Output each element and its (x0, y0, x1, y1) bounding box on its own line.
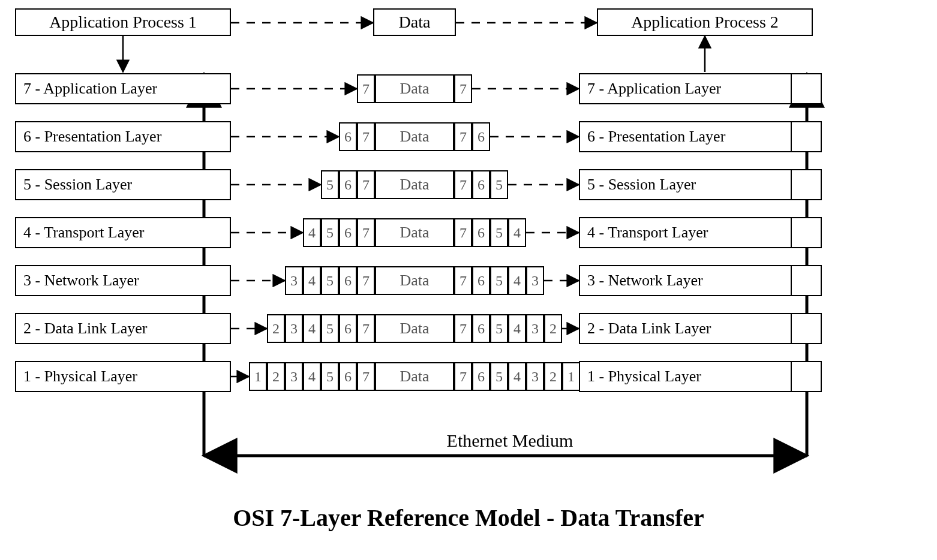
packet-3-trailer-0: 7 (454, 266, 472, 295)
left-layer-7: 7 - Application Layer (15, 73, 231, 104)
packet-1-header-6: 7 (357, 362, 375, 391)
packet-5-trailer-0: 7 (454, 170, 472, 199)
packet-2-header-5: 7 (357, 314, 375, 343)
ethernet-medium-label: Ethernet Medium (420, 430, 600, 451)
packet-6-header-0: 6 (339, 122, 357, 151)
left-layer-6-label: 6 - Presentation Layer (23, 128, 161, 146)
top-data-box: Data (373, 8, 456, 36)
left-layer-2-label: 2 - Data Link Layer (23, 320, 147, 338)
right-layer-5-label: 5 - Session Layer (587, 176, 696, 194)
packet-6-trailer-0: 7 (454, 122, 472, 151)
packet-2-header-0: 2 (267, 314, 285, 343)
right-layer-2-label: 2 - Data Link Layer (587, 320, 711, 338)
packet-3-header-0: 3 (285, 266, 303, 295)
packet-1-header-0: 1 (249, 362, 267, 391)
left-layer-6: 6 - Presentation Layer (15, 121, 231, 152)
packet-7-data: Data (375, 74, 454, 103)
packet-4-trailer-3: 4 (508, 218, 526, 247)
application-process-1-label: Application Process 1 (49, 13, 197, 32)
packet-1-trailer-5: 2 (544, 362, 562, 391)
packet-1-trailer-1: 6 (472, 362, 490, 391)
packet-1-header-3: 4 (303, 362, 321, 391)
packet-3-header-3: 6 (339, 266, 357, 295)
packet-1-trailer-2: 5 (490, 362, 508, 391)
right-layer-6: 6 - Presentation Layer (579, 121, 792, 152)
packet-4-header-1: 5 (321, 218, 339, 247)
packet-2-trailer-3: 4 (508, 314, 526, 343)
packet-2-header-2: 4 (303, 314, 321, 343)
packet-2-trailer-1: 6 (472, 314, 490, 343)
right-layer-6-aux (791, 121, 822, 152)
packet-4-trailer-1: 6 (472, 218, 490, 247)
right-layer-1-label: 1 - Physical Layer (587, 368, 701, 386)
packet-5-header-2: 7 (357, 170, 375, 199)
packet-4-header-3: 7 (357, 218, 375, 247)
right-layer-7-label: 7 - Application Layer (587, 80, 721, 98)
right-layer-5: 5 - Session Layer (579, 169, 792, 200)
application-process-1: Application Process 1 (15, 8, 231, 36)
right-layer-5-aux (791, 169, 822, 200)
left-layer-5: 5 - Session Layer (15, 169, 231, 200)
right-layer-6-label: 6 - Presentation Layer (587, 128, 725, 146)
left-layer-2: 2 - Data Link Layer (15, 313, 231, 344)
packet-2-trailer-4: 3 (526, 314, 544, 343)
left-layer-7-label: 7 - Application Layer (23, 80, 157, 98)
packet-6-header-1: 7 (357, 122, 375, 151)
diagram: Application Process 1 Data Application P… (0, 0, 937, 560)
packet-3-trailer-1: 6 (472, 266, 490, 295)
packet-5-header-0: 5 (321, 170, 339, 199)
left-layer-4: 4 - Transport Layer (15, 217, 231, 248)
right-layer-4-aux (791, 217, 822, 248)
application-process-2: Application Process 2 (597, 8, 813, 36)
packet-1-trailer-3: 4 (508, 362, 526, 391)
packet-1-data: Data (375, 362, 454, 391)
packet-3-header-4: 7 (357, 266, 375, 295)
application-process-2-label: Application Process 2 (631, 13, 779, 32)
packet-1-trailer-4: 3 (526, 362, 544, 391)
packet-2-header-1: 3 (285, 314, 303, 343)
packet-3-trailer-2: 5 (490, 266, 508, 295)
right-layer-2-aux (791, 313, 822, 344)
right-layer-7: 7 - Application Layer (579, 73, 792, 104)
packet-1-header-1: 2 (267, 362, 285, 391)
packet-1-trailer-0: 7 (454, 362, 472, 391)
packet-5-header-1: 6 (339, 170, 357, 199)
packet-6-trailer-1: 6 (472, 122, 490, 151)
left-layer-4-label: 4 - Transport Layer (23, 224, 144, 242)
diagram-title: OSI 7-Layer Reference Model - Data Trans… (0, 504, 937, 532)
left-layer-3: 3 - Network Layer (15, 265, 231, 296)
right-layer-3: 3 - Network Layer (579, 265, 792, 296)
packet-5-trailer-1: 6 (472, 170, 490, 199)
packet-4-trailer-2: 5 (490, 218, 508, 247)
packet-4-header-2: 6 (339, 218, 357, 247)
packet-1-trailer-6: 1 (562, 362, 580, 391)
left-layer-5-label: 5 - Session Layer (23, 176, 132, 194)
packet-2-trailer-0: 7 (454, 314, 472, 343)
right-layer-4-label: 4 - Transport Layer (587, 224, 708, 242)
left-layer-1-label: 1 - Physical Layer (23, 368, 137, 386)
packet-3-header-2: 5 (321, 266, 339, 295)
packet-3-trailer-4: 3 (526, 266, 544, 295)
packet-3-data: Data (375, 266, 454, 295)
packet-2-header-3: 5 (321, 314, 339, 343)
packet-1-header-5: 6 (339, 362, 357, 391)
packet-3-header-1: 4 (303, 266, 321, 295)
right-layer-7-aux (791, 73, 822, 104)
packet-5-data: Data (375, 170, 454, 199)
right-layer-3-label: 3 - Network Layer (587, 272, 703, 290)
packet-1-header-2: 3 (285, 362, 303, 391)
right-layer-1-aux (791, 361, 822, 392)
right-layer-2: 2 - Data Link Layer (579, 313, 792, 344)
packet-2-header-4: 6 (339, 314, 357, 343)
packet-4-data: Data (375, 218, 454, 247)
right-layer-4: 4 - Transport Layer (579, 217, 792, 248)
packet-4-header-0: 4 (303, 218, 321, 247)
packet-1-header-4: 5 (321, 362, 339, 391)
packet-6-data: Data (375, 122, 454, 151)
packet-2-data: Data (375, 314, 454, 343)
right-layer-3-aux (791, 265, 822, 296)
left-layer-3-label: 3 - Network Layer (23, 272, 139, 290)
packet-2-trailer-5: 2 (544, 314, 562, 343)
packet-7-header-0: 7 (357, 74, 375, 103)
packet-7-trailer-0: 7 (454, 74, 472, 103)
